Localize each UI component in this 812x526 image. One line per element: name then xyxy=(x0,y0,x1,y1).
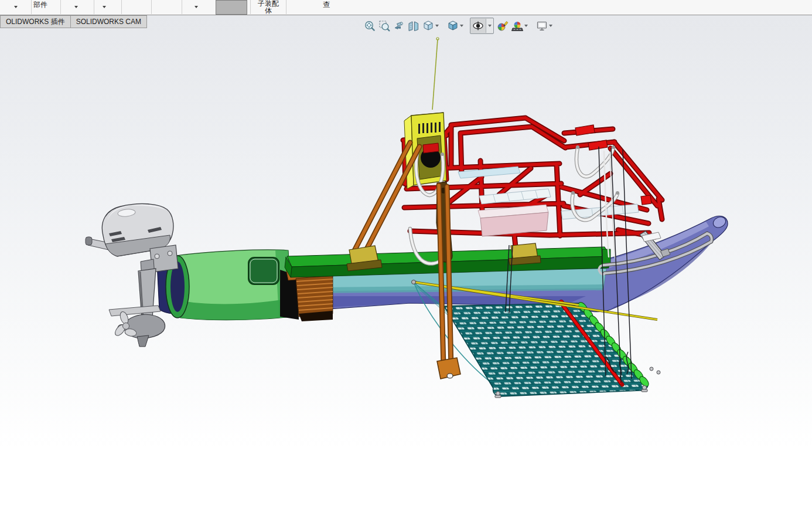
toolbar-separator xyxy=(182,0,182,14)
dropdown-arrow-icon[interactable] xyxy=(14,6,18,8)
solidworks-window: 部件 子装配 体 查 OLIDWORKS 插件 SOLIDWORKS CAM xyxy=(0,0,812,526)
subassembly-button-label-line2[interactable]: 体 xyxy=(253,7,284,14)
toolbar-separator xyxy=(151,0,152,14)
tab-solidworks-addins[interactable]: OLIDWORKS 插件 xyxy=(0,15,71,28)
toolbar-separator xyxy=(94,0,94,14)
toolbar-separator xyxy=(286,0,286,14)
crane-cable-line xyxy=(432,38,439,110)
active-tool-button[interactable] xyxy=(216,0,247,15)
assembly-model-catamaran-workboat[interactable] xyxy=(0,15,812,526)
toolbar-separator xyxy=(60,0,61,14)
graphics-viewport[interactable] xyxy=(0,15,812,526)
dropdown-arrow-icon[interactable] xyxy=(195,6,198,8)
tab-solidworks-cam[interactable]: SOLIDWORKS CAM xyxy=(71,15,147,28)
toolbar-separator xyxy=(31,0,32,14)
evaluate-button-label[interactable]: 查 xyxy=(323,0,330,10)
command-bar: 部件 子装配 体 查 xyxy=(0,0,812,15)
dropdown-arrow-icon[interactable] xyxy=(103,6,106,8)
ribbon-tab-bar: OLIDWORKS 插件 SOLIDWORKS CAM xyxy=(0,15,147,28)
toolbar-separator xyxy=(121,0,122,14)
component-button-label[interactable]: 部件 xyxy=(33,0,47,10)
cargo-box[interactable] xyxy=(478,205,548,236)
toolbar-separator xyxy=(250,0,251,14)
dropdown-arrow-icon[interactable] xyxy=(74,6,78,8)
